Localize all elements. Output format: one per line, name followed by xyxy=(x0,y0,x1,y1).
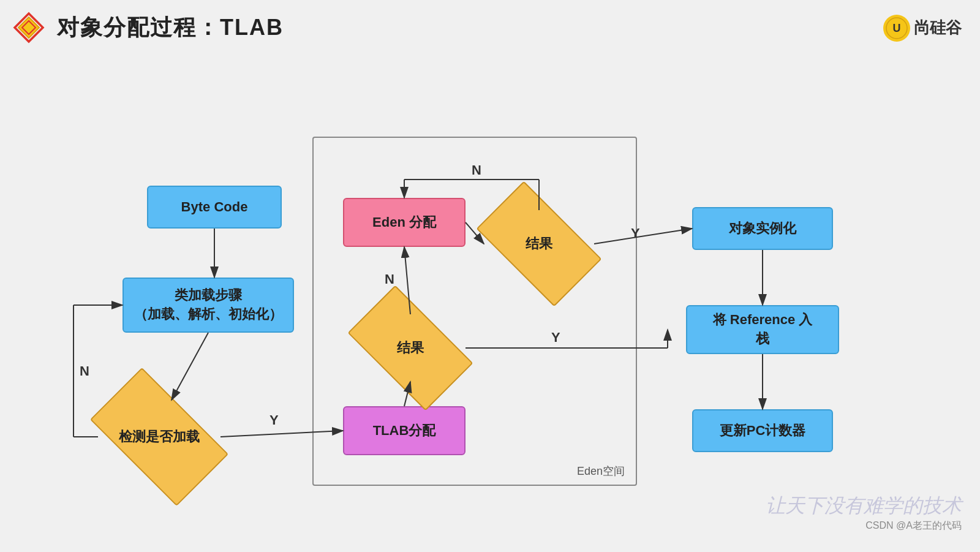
flowchart: Eden空间 Byte Code 类加载步骤 （加载、解析、初始化） 检测是否加… xyxy=(49,75,931,529)
svg-text:Y: Y xyxy=(270,412,279,428)
watermark-text: 让天下没有难学的技术 xyxy=(766,493,962,520)
instantiate-box: 对象实例化 xyxy=(692,207,833,250)
watermark-sub: CSDN @A老王的代码 xyxy=(766,520,962,532)
svg-text:U: U xyxy=(893,22,901,34)
brand-logo: U 尚硅谷 xyxy=(883,15,962,42)
svg-line-7 xyxy=(172,333,208,400)
eden-alloc-box: Eden 分配 xyxy=(343,198,466,247)
eden-space-label: Eden空间 xyxy=(577,464,625,478)
brand-icon: U xyxy=(883,15,910,42)
eden-result-diamond: 结果 xyxy=(484,210,594,278)
header-left: 对象分配过程：TLAB xyxy=(12,11,284,45)
watermark: 让天下没有难学的技术 CSDN @A老王的代码 xyxy=(766,493,962,532)
check-loaded-diamond: 检测是否加载 xyxy=(98,400,221,474)
brand-name: 尚硅谷 xyxy=(914,17,962,39)
tlab-alloc-box: TLAB分配 xyxy=(343,406,466,455)
push-ref-box: 将 Reference 入 栈 xyxy=(686,305,839,354)
logo-icon xyxy=(12,11,46,45)
page-title: 对象分配过程：TLAB xyxy=(57,13,284,43)
update-pc-box: 更新PC计数器 xyxy=(692,409,833,452)
class-load-box: 类加载步骤 （加载、解析、初始化） xyxy=(123,278,294,333)
byte-code-box: Byte Code xyxy=(147,186,282,229)
tlab-result-diamond: 结果 xyxy=(355,314,466,382)
main-content: Eden空间 Byte Code 类加载步骤 （加载、解析、初始化） 检测是否加… xyxy=(0,51,980,551)
svg-text:N: N xyxy=(80,363,89,379)
header: 对象分配过程：TLAB U 尚硅谷 xyxy=(0,0,980,51)
